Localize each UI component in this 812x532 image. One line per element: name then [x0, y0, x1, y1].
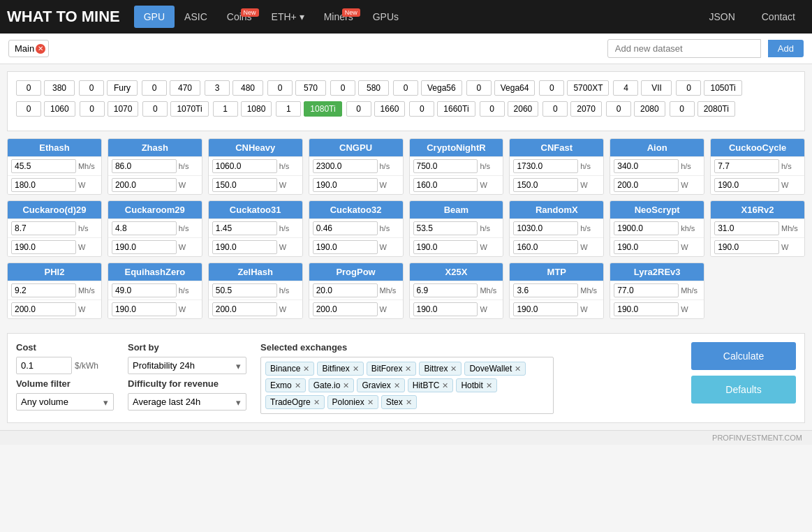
cost-input[interactable] — [16, 357, 72, 374]
gpu-label[interactable]: 5700XT — [567, 80, 609, 96]
algo-power-input[interactable] — [11, 302, 76, 316]
algo-power-input[interactable] — [212, 240, 277, 254]
algo-hashrate-input[interactable] — [513, 159, 578, 173]
volume-select[interactable]: Any volume — [16, 393, 114, 411]
algo-hashrate-input[interactable] — [11, 221, 76, 235]
nav-asic[interactable]: ASIC — [175, 6, 217, 28]
nav-contact[interactable]: Contact — [752, 6, 805, 28]
exchange-tag[interactable]: Bittrex ✕ — [419, 362, 462, 376]
gpu-label[interactable]: 570 — [295, 80, 326, 96]
gpu-label[interactable]: VII — [641, 80, 672, 96]
exchange-remove-icon[interactable]: ✕ — [405, 364, 411, 374]
algo-power-input[interactable] — [614, 302, 679, 316]
algo-header[interactable]: Lyra2REv3 — [610, 263, 704, 281]
algo-header[interactable]: MTP — [510, 263, 603, 281]
algo-power-input[interactable] — [513, 302, 578, 316]
exchange-tag[interactable]: Poloniex ✕ — [327, 395, 378, 409]
algo-power-input[interactable] — [212, 178, 277, 192]
nav-gpus[interactable]: GPUs — [363, 6, 408, 28]
algo-power-input[interactable] — [11, 178, 76, 192]
exchange-remove-icon[interactable]: ✕ — [343, 381, 349, 390]
gpu-count-input[interactable] — [79, 80, 104, 96]
algo-power-input[interactable] — [11, 240, 76, 254]
exchange-remove-icon[interactable]: ✕ — [313, 398, 320, 407]
algo-header[interactable]: CuckooCycle — [711, 139, 804, 156]
algo-hashrate-input[interactable] — [112, 159, 177, 173]
algo-header[interactable]: Aion — [610, 139, 704, 156]
algo-power-input[interactable] — [513, 240, 578, 254]
nav-json[interactable]: JSON — [699, 6, 744, 28]
exchange-tag[interactable]: Graviex ✕ — [357, 378, 404, 392]
algo-header[interactable]: ProgPow — [309, 263, 403, 281]
algo-power-input[interactable] — [513, 178, 578, 192]
gpu-label[interactable]: Vega56 — [421, 80, 462, 96]
exchange-remove-icon[interactable]: ✕ — [367, 398, 374, 407]
gpu-count-input[interactable] — [393, 80, 418, 96]
algo-hashrate-input[interactable] — [714, 159, 779, 173]
algo-header[interactable]: Zhash — [108, 139, 202, 156]
algo-hashrate-input[interactable] — [212, 159, 277, 173]
gpu-label[interactable]: 1080 — [241, 101, 272, 117]
gpu-count-input[interactable] — [142, 101, 168, 117]
algo-hashrate-input[interactable] — [413, 221, 478, 235]
exchange-remove-icon[interactable]: ✕ — [450, 364, 457, 374]
gpu-count-input[interactable] — [539, 80, 564, 96]
exchange-remove-icon[interactable]: ✕ — [486, 381, 492, 390]
gpu-count-input[interactable] — [213, 101, 238, 117]
gpu-label[interactable]: 1050Ti — [704, 80, 741, 96]
algo-power-input[interactable] — [112, 240, 177, 254]
algo-hashrate-input[interactable] — [112, 221, 177, 235]
exchange-remove-icon[interactable]: ✕ — [394, 381, 400, 390]
exchange-tag[interactable]: Hotbit ✕ — [456, 378, 496, 392]
algo-power-input[interactable] — [413, 302, 478, 316]
algo-header[interactable]: Cuckaroom29 — [108, 201, 202, 219]
sort-select[interactable]: Profitability 24h — [128, 357, 246, 374]
gpu-count-input[interactable] — [346, 101, 371, 117]
algo-hashrate-input[interactable] — [11, 283, 76, 297]
algo-header[interactable]: Ethash — [8, 139, 101, 156]
gpu-label[interactable]: 1070 — [108, 101, 139, 117]
algo-header[interactable]: CNGPU — [309, 139, 403, 156]
algo-hashrate-input[interactable] — [614, 221, 679, 235]
algo-header[interactable]: CNHeavy — [209, 139, 302, 156]
tab-close-icon[interactable]: ✕ — [36, 44, 45, 54]
nav-eth[interactable]: ETH+ ▾ — [262, 6, 314, 28]
gpu-label[interactable]: 1660Ti — [437, 101, 475, 117]
algo-header[interactable]: PHI2 — [8, 263, 101, 281]
gpu-count-input[interactable] — [480, 101, 505, 117]
algo-header[interactable]: CryptoNightR — [410, 139, 503, 156]
algo-hashrate-input[interactable] — [413, 159, 478, 173]
algo-header[interactable]: X25X — [410, 263, 503, 281]
exchange-remove-icon[interactable]: ✕ — [406, 398, 412, 407]
gpu-count-input[interactable] — [542, 101, 568, 117]
algo-hashrate-input[interactable] — [614, 283, 679, 297]
gpu-count-input[interactable] — [606, 101, 631, 117]
exchange-tag[interactable]: HitBTC ✕ — [408, 378, 454, 392]
exchange-tag[interactable]: Stex ✕ — [381, 395, 417, 409]
algo-power-input[interactable] — [614, 240, 679, 254]
algo-header[interactable]: ZelHash — [209, 263, 302, 281]
algo-power-input[interactable] — [112, 178, 177, 192]
algo-hashrate-input[interactable] — [513, 221, 578, 235]
nav-miners[interactable]: Miners New — [314, 6, 363, 28]
gpu-count-input[interactable] — [16, 101, 41, 117]
gpu-label[interactable]: 1070Ti — [170, 101, 208, 117]
algo-hashrate-input[interactable] — [212, 221, 277, 235]
algo-hashrate-input[interactable] — [112, 283, 177, 297]
gpu-label[interactable]: 2080 — [634, 101, 665, 117]
algo-header[interactable]: Beam — [410, 201, 503, 219]
algo-header[interactable]: Cuckaroo(d)29 — [8, 201, 101, 219]
difficulty-select[interactable]: Average last 24h — [128, 393, 246, 411]
nav-gpu[interactable]: GPU — [134, 6, 175, 28]
algo-hashrate-input[interactable] — [313, 283, 378, 297]
algo-hashrate-input[interactable] — [11, 159, 76, 173]
exchange-tag[interactable]: TradeOgre ✕ — [265, 395, 325, 409]
algo-hashrate-input[interactable] — [413, 283, 478, 297]
algo-power-input[interactable] — [714, 178, 779, 192]
gpu-count-input[interactable] — [142, 80, 167, 96]
gpu-label[interactable]: 480 — [232, 80, 263, 96]
algo-power-input[interactable] — [313, 178, 378, 192]
algo-hashrate-input[interactable] — [714, 221, 779, 235]
exchange-tag[interactable]: Binance ✕ — [265, 362, 314, 376]
gpu-count-input[interactable] — [205, 80, 230, 96]
